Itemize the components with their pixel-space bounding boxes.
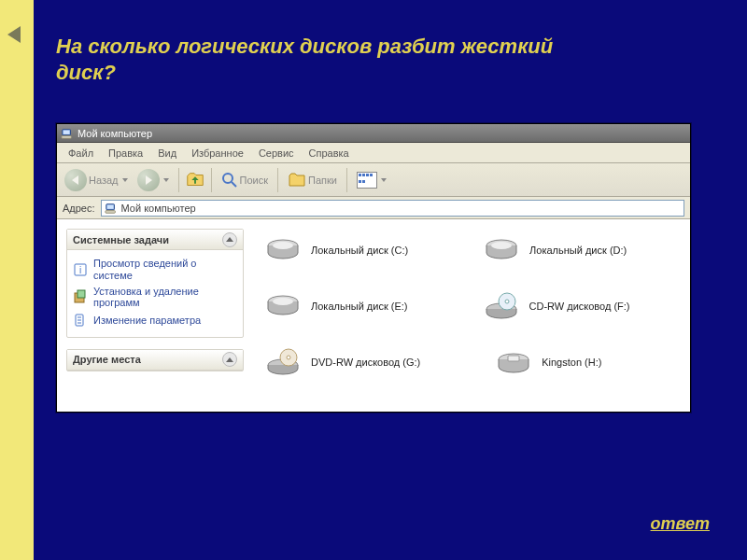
menu-tools[interactable]: Сервис — [251, 147, 302, 159]
settings-icon — [73, 313, 88, 328]
address-field[interactable]: Мой компьютер — [101, 200, 684, 217]
svg-text:i: i — [79, 265, 81, 275]
search-label: Поиск — [240, 175, 268, 186]
my-computer-icon — [105, 202, 118, 215]
task-label: Просмотр сведений о системе — [93, 258, 237, 281]
drive-c[interactable]: Локальный диск (C:) — [264, 236, 408, 264]
answer-link[interactable]: ответ — [651, 514, 710, 534]
drive-d[interactable]: Локальный диск (D:) — [483, 236, 627, 264]
collapse-button[interactable] — [222, 232, 237, 247]
svg-point-19 — [491, 242, 512, 249]
svg-rect-29 — [508, 356, 519, 361]
toolbar-separator — [277, 168, 278, 192]
hdd-icon — [264, 292, 302, 320]
hdd-icon — [264, 236, 302, 264]
menu-view[interactable]: Вид — [150, 147, 184, 159]
svg-rect-2 — [62, 135, 72, 138]
chevron-down-icon — [163, 178, 169, 182]
address-label: Адрес: — [63, 203, 95, 214]
drive-label: Локальный диск (E:) — [311, 301, 408, 312]
other-places-panel: Другие места — [66, 349, 244, 371]
drive-label: DVD-RW дисковод (G:) — [311, 357, 420, 368]
side-tasks-pane: Системные задачи i Просмотр сведений о с… — [57, 219, 253, 412]
task-change-setting[interactable]: Изменение параметра — [73, 311, 237, 329]
drive-label: Kingston (H:) — [542, 357, 601, 368]
toolbar-separator — [178, 168, 179, 192]
svg-point-17 — [273, 242, 293, 249]
folders-label: Папки — [308, 175, 337, 186]
folders-icon — [288, 172, 306, 189]
cd-drive-icon — [483, 292, 520, 320]
drive-label: Локальный диск (D:) — [529, 245, 627, 256]
menu-bar: Файл Правка Вид Избранное Сервис Справка — [57, 143, 690, 163]
svg-rect-1 — [63, 130, 70, 133]
drives-area: Локальный диск (C:) Локальный диск (D:) … — [253, 219, 690, 412]
search-icon — [221, 172, 238, 189]
menu-help[interactable]: Справка — [302, 147, 357, 159]
svg-line-4 — [232, 182, 236, 187]
back-icon — [64, 169, 87, 191]
drive-label: CD-RW дисковод (F:) — [529, 301, 630, 312]
address-bar: Адрес: Мой компьютер — [57, 197, 690, 219]
chevron-down-icon — [381, 178, 387, 182]
system-tasks-title: Системные задачи — [73, 234, 169, 245]
drive-g[interactable]: DVD-RW дисковод (G:) — [264, 348, 420, 376]
explorer-window: Мой компьютер Файл Правка Вид Избранное … — [56, 123, 691, 413]
svg-point-21 — [273, 298, 293, 305]
up-folder-button[interactable] — [185, 170, 205, 190]
collapse-button[interactable] — [222, 352, 237, 367]
menu-favorites[interactable]: Избранное — [184, 147, 251, 159]
folders-button[interactable]: Папки — [284, 170, 341, 190]
question-text: На сколько логических дисков разбит жест… — [56, 34, 579, 86]
window-title: Мой компьютер — [78, 128, 152, 139]
svg-point-24 — [505, 300, 509, 303]
svg-point-3 — [223, 174, 233, 183]
drive-label: Локальный диск (C:) — [311, 245, 408, 256]
svg-point-27 — [287, 356, 290, 359]
info-icon: i — [73, 262, 88, 277]
drive-f[interactable]: CD-RW дисковод (F:) — [483, 292, 630, 320]
other-places-title: Другие места — [73, 354, 141, 365]
views-icon — [357, 172, 377, 189]
forward-button[interactable] — [134, 167, 173, 193]
my-computer-icon — [61, 127, 74, 140]
forward-icon — [137, 169, 160, 191]
chevron-down-icon — [122, 178, 128, 182]
drive-e[interactable]: Локальный диск (E:) — [264, 292, 408, 320]
search-button[interactable]: Поиск — [218, 170, 272, 190]
views-button[interactable] — [353, 170, 390, 190]
window-titlebar: Мой компьютер — [57, 124, 690, 143]
hdd-icon — [483, 236, 520, 264]
task-label: Установка и удаление программ — [93, 286, 237, 309]
back-label: Назад — [89, 175, 119, 186]
svg-rect-7 — [105, 210, 115, 213]
navigation-toolbar: Назад Поиск — [57, 163, 690, 197]
programs-icon — [73, 289, 88, 304]
menu-file[interactable]: Файл — [61, 147, 101, 159]
menu-edit[interactable]: Правка — [101, 147, 150, 159]
removable-drive-icon — [495, 348, 532, 376]
toolbar-separator — [346, 168, 347, 192]
task-label: Изменение параметра — [93, 315, 201, 327]
slide-side-strip — [0, 0, 34, 560]
back-button[interactable]: Назад — [61, 167, 132, 193]
previous-slide-arrow-icon[interactable] — [7, 26, 21, 43]
drive-h[interactable]: Kingston (H:) — [495, 348, 601, 376]
system-tasks-panel: Системные задачи i Просмотр сведений о с… — [66, 229, 244, 338]
address-value: Мой компьютер — [121, 203, 196, 214]
toolbar-separator — [211, 168, 212, 192]
svg-rect-6 — [106, 204, 113, 208]
task-system-info[interactable]: i Просмотр сведений о системе — [73, 256, 237, 283]
svg-rect-11 — [78, 290, 85, 298]
task-add-remove-programs[interactable]: Установка и удаление программ — [73, 284, 237, 311]
dvd-drive-icon — [264, 348, 302, 376]
chevron-up-icon — [226, 237, 233, 242]
chevron-up-icon — [226, 357, 233, 362]
